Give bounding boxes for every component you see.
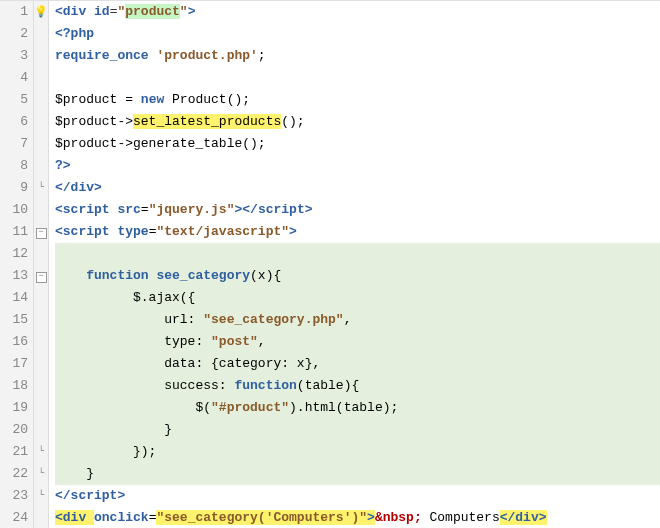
line-number: 23 — [0, 485, 28, 507]
line-number: 21 — [0, 441, 28, 463]
code-line: function see_category(x){ — [55, 265, 660, 287]
code-line: } — [55, 419, 660, 441]
code-line: } — [55, 463, 660, 485]
code-line: <script src="jquery.js"></script> — [55, 199, 660, 221]
code-editor: 1 2 3 4 5 6 7 8 9 10 11 12 13 14 15 16 1… — [0, 0, 660, 528]
code-line: $product = new Product(); — [55, 89, 660, 111]
line-number: 7 — [0, 133, 28, 155]
fold-toggle-icon[interactable]: − — [36, 228, 47, 239]
code-line: $product->set_latest_products(); — [55, 111, 660, 133]
line-number: 6 — [0, 111, 28, 133]
code-area[interactable]: <div id="product"> <?php require_once 'p… — [49, 1, 660, 528]
code-line: <div onclick="see_category('Computers')"… — [55, 507, 660, 528]
line-number: 12 — [0, 243, 28, 265]
code-line: <script type="text/javascript"> — [55, 221, 660, 243]
line-number: 9 — [0, 177, 28, 199]
code-line: }); — [55, 441, 660, 463]
code-line: <div id="product"> — [55, 1, 660, 23]
fold-gutter: 💡 └ − − └ └ └ — [34, 1, 49, 528]
code-line — [55, 243, 660, 265]
line-number: 15 — [0, 309, 28, 331]
code-line: $product->generate_table(); — [55, 133, 660, 155]
code-line: success: function(table){ — [55, 375, 660, 397]
line-number: 1 — [0, 1, 28, 23]
code-line: </script> — [55, 485, 660, 507]
line-number: 4 — [0, 67, 28, 89]
code-line: $.ajax({ — [55, 287, 660, 309]
line-number: 18 — [0, 375, 28, 397]
code-line: </div> — [55, 177, 660, 199]
line-number: 16 — [0, 331, 28, 353]
fold-end: └ — [34, 441, 48, 463]
code-line: require_once 'product.php'; — [55, 45, 660, 67]
line-number: 3 — [0, 45, 28, 67]
code-line: data: {category: x}, — [55, 353, 660, 375]
line-number: 17 — [0, 353, 28, 375]
fold-end: └ — [34, 485, 48, 507]
code-line: type: "post", — [55, 331, 660, 353]
code-line: <?php — [55, 23, 660, 45]
code-line: url: "see_category.php", — [55, 309, 660, 331]
line-number: 19 — [0, 397, 28, 419]
fold-end: └ — [34, 177, 48, 199]
code-line — [55, 67, 660, 89]
line-number: 11 — [0, 221, 28, 243]
line-number: 14 — [0, 287, 28, 309]
fold-end: └ — [34, 463, 48, 485]
line-number: 24 — [0, 507, 28, 528]
line-number: 8 — [0, 155, 28, 177]
fold-toggle-icon[interactable]: − — [36, 272, 47, 283]
lightbulb-icon[interactable]: 💡 — [34, 6, 48, 18]
code-line: $("#product").html(table); — [55, 397, 660, 419]
line-number: 2 — [0, 23, 28, 45]
code-line: ?> — [55, 155, 660, 177]
line-number-gutter: 1 2 3 4 5 6 7 8 9 10 11 12 13 14 15 16 1… — [0, 1, 34, 528]
line-number: 10 — [0, 199, 28, 221]
line-number: 22 — [0, 463, 28, 485]
line-number: 13 — [0, 265, 28, 287]
line-number: 20 — [0, 419, 28, 441]
line-number: 5 — [0, 89, 28, 111]
